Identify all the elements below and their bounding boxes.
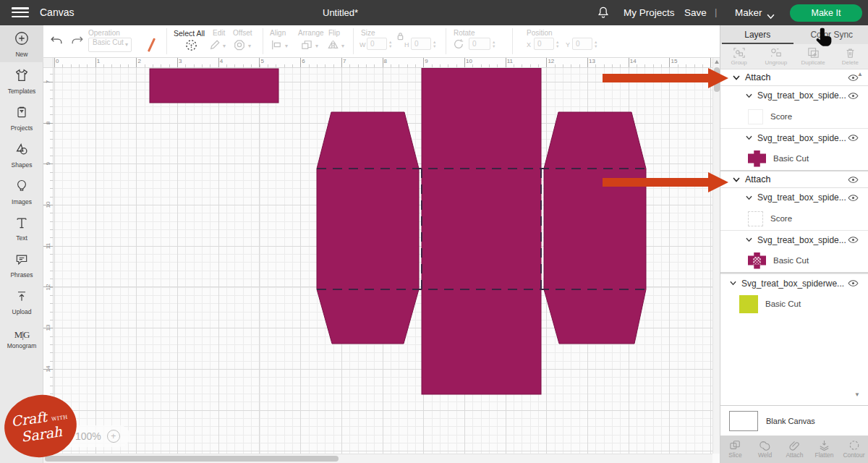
sidebar-item-new[interactable]: New [0, 25, 43, 62]
chevron-down-icon[interactable]: ▾ [285, 43, 288, 49]
y-field[interactable] [572, 38, 592, 50]
panel-scroll-up-icon[interactable]: ▲ [857, 71, 863, 77]
sidebar-item-projects[interactable]: Projects [0, 99, 43, 136]
slice-button[interactable]: Slice [720, 436, 750, 463]
shape-box-right-flap[interactable] [544, 112, 646, 344]
weld-button[interactable]: Weld [750, 436, 780, 463]
eye-icon[interactable] [848, 176, 859, 184]
layer-actions: Group Ungroup Duplicate Delete [720, 44, 868, 69]
eye-icon[interactable] [848, 236, 859, 244]
chevron-down-icon[interactable] [730, 281, 736, 286]
flip-icon[interactable] [327, 40, 339, 53]
layer-row-svg-3[interactable]: Svg_treat_box_spide... [720, 188, 868, 207]
canvas-shapes [43, 58, 712, 454]
tab-layers[interactable]: Layers [720, 25, 795, 44]
layer-row-attach-1[interactable]: Attach [720, 69, 868, 86]
layer-row-basic-cut-1[interactable]: Basic Cut [720, 147, 868, 170]
x-field[interactable] [534, 38, 554, 50]
offset-icon[interactable] [234, 39, 245, 54]
sidebar-item-shapes[interactable]: Shapes [0, 136, 43, 173]
layer-row-basic-cut-2[interactable]: Basic Cut [720, 249, 868, 272]
attach-button[interactable]: Attach [780, 436, 809, 463]
canvas-menu-label[interactable]: Canvas [40, 7, 74, 18]
chevron-down-icon[interactable]: ▾ [341, 43, 344, 49]
chevron-down-icon[interactable]: ▾ [223, 43, 226, 49]
arrange-icon[interactable] [301, 40, 312, 53]
operation-select[interactable]: Basic Cut ▾ [88, 38, 132, 52]
width-field[interactable] [367, 38, 387, 50]
contour-button[interactable]: Contour [839, 436, 868, 463]
chevron-down-icon[interactable] [746, 195, 752, 200]
layer-row-score-1[interactable]: Score [720, 105, 868, 128]
layer-row-attach-2[interactable]: Attach [720, 171, 868, 188]
lock-icon[interactable] [396, 30, 404, 43]
zoom-in-button[interactable]: + [107, 430, 120, 443]
design-canvas[interactable]: 012345678910111213141516 7891011121314 −… [43, 58, 720, 463]
width-stepper[interactable]: ▲▼ [388, 38, 395, 50]
zoom-level: 100% [75, 430, 101, 442]
eye-icon[interactable] [848, 279, 859, 287]
layer-row-score-2[interactable]: Score [720, 207, 868, 230]
chevron-down-icon[interactable] [746, 237, 752, 242]
y-stepper[interactable]: ▲▼ [594, 38, 600, 50]
height-field[interactable] [411, 38, 431, 50]
chevron-down-icon[interactable] [746, 93, 752, 98]
align-label[interactable]: Align [270, 29, 286, 37]
layer-row-svg-5[interactable]: Svg_treat_box_spiderwe... [720, 273, 868, 292]
eye-icon[interactable] [848, 134, 859, 142]
sidebar-item-phrases[interactable]: Phrases [0, 247, 43, 284]
height-stepper[interactable]: ▲▼ [433, 38, 439, 50]
eye-icon[interactable] [848, 92, 859, 100]
align-icon[interactable] [271, 40, 282, 53]
shape-top-rectangle[interactable] [150, 69, 278, 103]
arrange-label[interactable]: Arrange [298, 29, 324, 37]
scroll-up-icon[interactable] [715, 60, 719, 64]
make-it-button[interactable]: Make It [790, 4, 862, 22]
pen-color-swatch[interactable] [148, 38, 156, 51]
chevron-down-icon[interactable]: ▾ [248, 43, 251, 49]
layer-row-svg-2[interactable]: Svg_treat_box_spide... [720, 128, 868, 147]
shape-box-left-flap[interactable] [317, 112, 419, 344]
notification-bell-icon[interactable] [596, 5, 610, 22]
my-projects-link[interactable]: My Projects [624, 7, 675, 18]
ungroup-button[interactable]: Ungroup [757, 44, 794, 69]
chevron-down-icon[interactable] [746, 135, 752, 140]
layer-row-svg-4[interactable]: Svg_treat_box_spide... [720, 230, 868, 249]
group-button[interactable]: Group [720, 44, 757, 69]
vertical-scrollbar[interactable] [712, 58, 720, 454]
chevron-down-icon[interactable] [767, 9, 775, 22]
sidebar-item-text[interactable]: Text [0, 210, 43, 247]
rotate-icon[interactable] [453, 38, 464, 53]
shape-box-center-panel[interactable] [422, 68, 541, 394]
menu-icon[interactable] [12, 7, 29, 18]
horizontal-scroll-thumb[interactable] [45, 456, 339, 462]
eye-icon[interactable] [848, 194, 859, 202]
chevron-down-icon[interactable]: ▾ [315, 43, 318, 49]
edit-label[interactable]: Edit [213, 29, 225, 37]
sidebar-item-templates[interactable]: Templates [0, 62, 43, 99]
panel-scroll-down-icon[interactable]: ▼ [854, 391, 860, 398]
sidebar-item-monogram[interactable]: M|G Monogram [0, 320, 43, 357]
offset-label[interactable]: Offset [233, 29, 252, 37]
blank-canvas-row[interactable]: Blank Canvas [720, 405, 868, 436]
flatten-button[interactable]: Flatten [809, 436, 839, 463]
horizontal-scrollbar[interactable] [43, 454, 712, 463]
redo-button[interactable] [70, 35, 85, 49]
layer-row-svg-1[interactable]: Svg_treat_box_spide... [720, 86, 868, 105]
chevron-down-icon[interactable] [733, 75, 740, 80]
select-all-icon[interactable] [185, 39, 197, 54]
chevron-down-icon[interactable] [733, 177, 740, 182]
flip-label[interactable]: Flip [328, 29, 340, 37]
machine-select[interactable]: Maker [735, 7, 762, 18]
rotate-field[interactable] [469, 38, 490, 50]
boolean-actions-bar: Slice Weld Attach Flatten Contour [720, 436, 868, 463]
sidebar-item-upload[interactable]: Upload [0, 284, 43, 320]
save-link[interactable]: Save [684, 7, 707, 18]
x-stepper[interactable]: ▲▼ [556, 38, 562, 50]
undo-button[interactable] [49, 35, 64, 49]
rotate-stepper[interactable]: ▲▼ [492, 38, 498, 50]
select-all-label[interactable]: Select All [174, 29, 205, 38]
sidebar-item-images[interactable]: Images [0, 173, 43, 210]
layer-row-basic-cut-3[interactable]: Basic Cut [720, 292, 868, 315]
edit-pencil-icon[interactable] [209, 39, 221, 54]
